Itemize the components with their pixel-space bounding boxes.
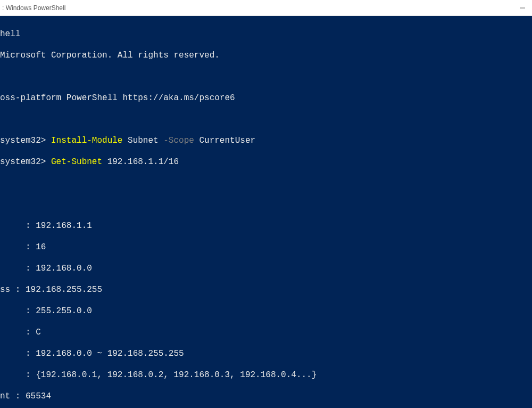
output-line: hell <box>0 29 532 39</box>
powershell-window: : Windows PowerShell hell Microsoft Corp… <box>0 0 532 408</box>
cmd-argument: 192.168.1.1/16 <box>102 157 179 167</box>
prompt-path: system32 <box>0 157 41 167</box>
cmdlet-name: Install-Module <box>51 136 122 145</box>
output-line: : 192.168.1.1 <box>0 221 532 231</box>
prompt-sep: > <box>41 136 51 145</box>
cmd-argument: Subnet <box>122 136 163 145</box>
cmdlet-name: Get-Subnet <box>51 157 102 167</box>
prompt-path: system32 <box>0 136 41 145</box>
prompt-sep: > <box>41 157 51 167</box>
output-line: : 255.255.0.0 <box>0 306 532 316</box>
output-line: Microsoft Corporation. All rights reserv… <box>0 50 532 61</box>
window-controls <box>517 3 528 13</box>
terminal-output[interactable]: hell Microsoft Corporation. All rights r… <box>0 16 532 408</box>
output-line: oss-platform PowerShell https://aka.ms/p… <box>0 93 532 103</box>
prompt-line: system32> Install-Module Subnet -Scope C… <box>0 135 532 146</box>
window-title: : Windows PowerShell <box>0 4 65 12</box>
minimize-icon[interactable] <box>517 3 528 13</box>
cmd-parameter: -Scope <box>163 136 194 145</box>
output-line: ss : 192.168.255.255 <box>0 284 532 295</box>
output-line: nt : 65534 <box>0 391 532 402</box>
output-line: : 192.168.0.0 ~ 192.168.255.255 <box>0 348 532 359</box>
output-line: : {192.168.0.1, 192.168.0.2, 192.168.0.3… <box>0 370 532 380</box>
prompt-line: system32> Get-Subnet 192.168.1.1/16 <box>0 157 532 167</box>
titlebar[interactable]: : Windows PowerShell <box>0 0 532 16</box>
output-line: : 16 <box>0 242 532 252</box>
output-line: : 192.168.0.0 <box>0 263 532 274</box>
output-line: : C <box>0 327 532 338</box>
cmd-argument: CurrentUser <box>194 136 255 145</box>
